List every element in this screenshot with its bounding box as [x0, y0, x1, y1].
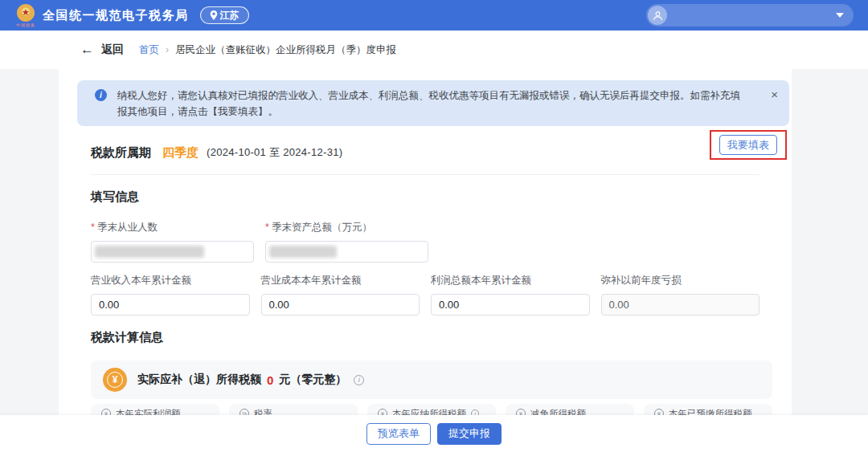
- tax-calc-section-title: 税款计算信息: [91, 330, 760, 345]
- region-label: 江苏: [220, 9, 240, 22]
- submit-declaration-button[interactable]: 提交申报: [437, 423, 502, 445]
- user-avatar-icon: [648, 6, 667, 25]
- preview-form-button[interactable]: 预览表单: [366, 423, 431, 445]
- required-asterisk: *: [91, 222, 95, 233]
- fill-form-button[interactable]: 我要填表: [719, 135, 777, 155]
- back-arrow-icon[interactable]: ←: [80, 42, 94, 58]
- field-operating-cost: 营业成本本年累计金额: [261, 274, 420, 316]
- field-label-operating-income: 营业收入本年累计金额: [91, 274, 250, 287]
- info-icon[interactable]: i: [354, 375, 364, 385]
- app-header: ★ 中国税务 全国统一规范电子税务局 江苏: [0, 0, 868, 31]
- fill-info-section-title: 填写信息: [91, 189, 760, 205]
- page: ★ 中国税务 全国统一规范电子税务局 江苏 ← 返回 首页 › 居民企业（查账征…: [0, 0, 868, 452]
- field-loss-carryover: 弥补以前年度亏损: [601, 274, 760, 316]
- field-label-total-profit: 利润总额本年累计金额: [431, 274, 590, 287]
- tax-period-range: (2024-10-01 至 2024-12-31): [207, 145, 342, 160]
- required-fields-row: *季末从业人数 *季末资产总额（万元）: [91, 221, 760, 263]
- loss-carryover-input: [601, 294, 760, 316]
- field-label-loss-carryover: 弥补以前年度亏损: [601, 274, 760, 287]
- fill-form-highlight-annotation: 我要填表: [710, 130, 787, 160]
- summary-label: 实际应补（退）所得税额: [137, 373, 261, 387]
- tax-period-label: 税款所属期: [91, 145, 151, 161]
- total-profit-input[interactable]: [431, 294, 590, 316]
- field-total-assets: *季末资产总额（万元）: [265, 221, 428, 263]
- operating-cost-input[interactable]: [261, 294, 420, 316]
- field-label-employees: 季末从业人数: [97, 222, 158, 233]
- bottom-action-bar: 预览表单 提交申报: [0, 415, 868, 452]
- breadcrumb-home[interactable]: 首页: [139, 43, 159, 57]
- field-employees: *季末从业人数: [91, 221, 254, 263]
- chevron-down-icon: [836, 13, 844, 18]
- back-button[interactable]: 返回: [101, 43, 124, 57]
- app-title: 全国统一规范电子税务局: [43, 8, 189, 23]
- summary-value: 0: [267, 373, 273, 387]
- summary-unit: 元（零元整）: [279, 373, 346, 387]
- breadcrumb-separator: ›: [166, 44, 169, 55]
- breadcrumb-current: 居民企业（查账征收）企业所得税月（季）度申报: [175, 43, 396, 57]
- info-icon: i: [95, 89, 107, 101]
- amount-fields-row: 营业收入本年累计金额 营业成本本年累计金额 利润总额本年累计金额 弥补以前年度亏…: [91, 274, 760, 316]
- taxpayer-notice-banner: i 纳税人您好，请您认真核对已填报的营业收入、营业成本、利润总额、税收优惠等项目…: [77, 80, 789, 126]
- field-operating-income: 营业收入本年累计金额: [91, 274, 250, 316]
- required-asterisk: *: [265, 222, 269, 233]
- tax-period-quarter: 四季度: [162, 145, 199, 161]
- notice-text: 纳税人您好，请您认真核对已填报的营业收入、营业成本、利润总额、税收优惠等项目有无…: [117, 88, 750, 120]
- tax-summary-card: ¥ 实际应补（退）所得税额 0 元（零元整） i: [91, 360, 772, 399]
- redacted-value-blur: [95, 246, 204, 258]
- field-label-total-assets: 季末资产总额（万元）: [272, 222, 372, 233]
- tax-bureau-logo: ★ 中国税务: [16, 4, 35, 27]
- tax-period-row: 税款所属期 四季度 (2024-10-01 至 2024-12-31): [91, 142, 760, 163]
- user-account-dropdown[interactable]: [646, 4, 854, 26]
- main-content-card: i 纳税人您好，请您认真核对已填报的营业收入、营业成本、利润总额、税收优惠等项目…: [59, 69, 792, 452]
- field-total-profit: 利润总额本年累计金额: [431, 274, 590, 316]
- coin-icon: ¥: [103, 368, 127, 392]
- close-icon[interactable]: ×: [771, 88, 778, 100]
- region-selector[interactable]: 江苏: [200, 6, 249, 24]
- location-pin-icon: [210, 10, 218, 20]
- field-label-operating-cost: 营业成本本年累计金额: [261, 274, 420, 287]
- redacted-value-blur: [269, 246, 337, 258]
- breadcrumb-bar: ← 返回 首页 › 居民企业（查账征收）企业所得税月（季）度申报: [0, 31, 868, 69]
- operating-income-input[interactable]: [91, 294, 250, 316]
- logo-caption: 中国税务: [16, 22, 35, 27]
- national-emblem-icon: ★: [17, 4, 35, 22]
- section-divider: [91, 174, 760, 175]
